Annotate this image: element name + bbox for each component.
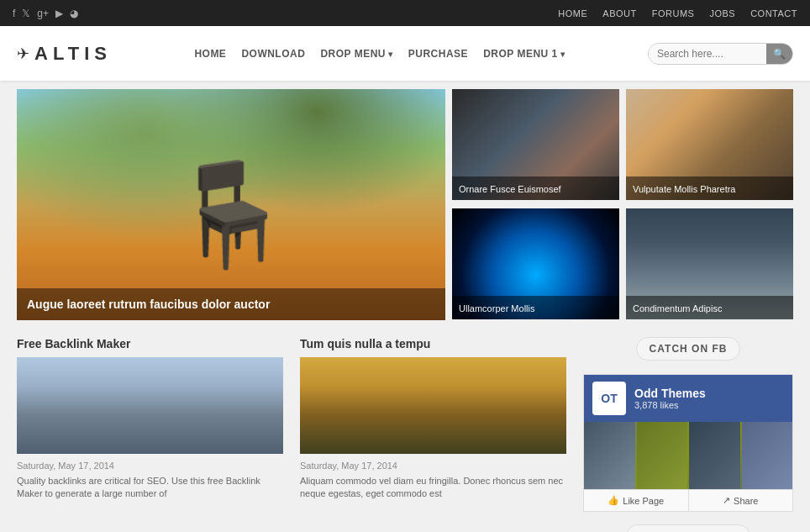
- hero-main-caption-text: Augue laoreet rutrum faucibus dolor auct…: [27, 298, 270, 311]
- hero-thumb-1[interactable]: Ornare Fusce Euismosef: [452, 89, 619, 200]
- hero-grid: Ornare Fusce Euismosef Vulputate Mollis …: [452, 89, 793, 320]
- facebook-cover-image: [584, 422, 792, 489]
- hero-main[interactable]: Augue laoreet rutrum faucibus dolor auct…: [17, 89, 445, 320]
- fb-img-4: [742, 422, 793, 489]
- popular-posts-widget: POPULAR POSTS Augue laoreet rutrum fauci…: [583, 524, 793, 532]
- fb-share-icon: ↗: [723, 495, 730, 506]
- facebook-header: OT Odd Themes 3,878 likes: [584, 375, 792, 422]
- youtube-icon[interactable]: ▶: [55, 8, 63, 19]
- facebook-widget-title: CATCH ON FB: [636, 337, 741, 361]
- hero-thumb-2-text: Vulputate Mollis Pharetra: [633, 184, 736, 194]
- hero-thumb-3-text: Ullamcorper Mollis: [459, 303, 534, 313]
- hero-thumb-1-text: Ornare Fusce Euismosef: [459, 184, 561, 194]
- post-2-excerpt: Aliquam commodo vel diam eu fringilla. D…: [300, 475, 566, 501]
- hero-thumb-2[interactable]: Vulputate Mollis Pharetra: [626, 89, 793, 200]
- post-2-title[interactable]: Tum quis nulla a tempu: [300, 337, 566, 350]
- full-section: Free Backlink Maker Saturday, May 17, 20…: [17, 337, 793, 532]
- sidebar: CATCH ON FB OT Odd Themes 3,878 likes: [583, 337, 793, 532]
- menu-dropmenu[interactable]: DROP MENU: [320, 48, 392, 60]
- post-1-date: Saturday, May 17, 2014: [17, 461, 283, 471]
- fb-share-label: Share: [734, 496, 758, 506]
- fb-img-1: [584, 422, 635, 489]
- popular-posts-title: POPULAR POSTS: [626, 524, 750, 532]
- top-nav-jobs[interactable]: JOBS: [709, 8, 735, 18]
- search-button[interactable]: 🔍: [766, 44, 792, 64]
- main-menu: HOME DOWNLOAD DROP MENU PURCHASE DROP ME…: [194, 48, 565, 60]
- posts-list: Free Backlink Maker Saturday, May 17, 20…: [17, 337, 566, 501]
- twitter-icon[interactable]: 𝕏: [22, 8, 30, 19]
- post-1-title[interactable]: Free Backlink Maker: [17, 337, 283, 350]
- googleplus-icon[interactable]: g+: [37, 8, 49, 19]
- fb-img-3: [689, 422, 740, 489]
- facebook-info: Odd Themes 3,878 likes: [634, 387, 706, 410]
- post-card-2: Tum quis nulla a tempu Saturday, May 17,…: [300, 337, 566, 501]
- hero-thumb-4-text: Condimentum Adipisc: [633, 303, 722, 313]
- post-1-thumbnail[interactable]: [17, 357, 283, 454]
- hero-main-caption: Augue laoreet rutrum faucibus dolor auct…: [17, 288, 445, 320]
- top-nav: HOME ABOUT FORUMS JOBS CONTACT: [558, 8, 797, 18]
- top-nav-about[interactable]: ABOUT: [602, 8, 636, 18]
- posts-area: Free Backlink Maker Saturday, May 17, 20…: [17, 337, 566, 532]
- top-bar: f 𝕏 g+ ▶ ◕ HOME ABOUT FORUMS JOBS CONTAC…: [0, 0, 810, 26]
- facebook-logo: OT: [592, 382, 626, 415]
- post-2-thumbnail[interactable]: [300, 357, 566, 454]
- fb-img-2: [637, 422, 688, 489]
- hero-section: Augue laoreet rutrum faucibus dolor auct…: [17, 89, 793, 320]
- menu-purchase[interactable]: PURCHASE: [408, 48, 468, 60]
- hero-thumb-1-caption: Ornare Fusce Euismosef: [452, 176, 619, 200]
- facebook-like-button[interactable]: 👍 Like Page: [584, 490, 689, 511]
- logo-icon: ✈: [17, 45, 29, 63]
- facebook-likes-count: 3,878 likes: [634, 400, 706, 410]
- top-nav-contact[interactable]: CONTACT: [750, 8, 797, 18]
- post-card-1: Free Backlink Maker Saturday, May 17, 20…: [17, 337, 283, 501]
- hero-thumb-4-caption: Condimentum Adipisc: [626, 296, 793, 319]
- rss-icon[interactable]: ◕: [70, 8, 78, 19]
- menu-dropmenu1[interactable]: DROP MENU 1: [483, 48, 565, 60]
- social-icons: f 𝕏 g+ ▶ ◕: [13, 8, 78, 19]
- fb-like-label: Like Page: [623, 496, 664, 506]
- post-1-excerpt: Quality backlinks are critical for SEO. …: [17, 475, 283, 501]
- menu-home[interactable]: HOME: [194, 48, 226, 60]
- main-nav: ✈ ALTIS HOME DOWNLOAD DROP MENU PURCHASE…: [0, 26, 810, 81]
- facebook-icon[interactable]: f: [13, 8, 15, 19]
- search-bar: 🔍: [648, 43, 793, 65]
- hero-main-image: [17, 89, 445, 320]
- top-nav-home[interactable]: HOME: [558, 8, 587, 18]
- content: Augue laoreet rutrum faucibus dolor auct…: [0, 81, 810, 532]
- top-nav-forums[interactable]: FORUMS: [652, 8, 695, 18]
- search-input[interactable]: [649, 45, 766, 63]
- facebook-widget-body: OT Odd Themes 3,878 likes: [583, 374, 793, 512]
- menu-download[interactable]: DOWNLOAD: [241, 48, 305, 60]
- logo[interactable]: ✈ ALTIS: [17, 43, 112, 65]
- hero-thumb-3[interactable]: Ullamcorper Mollis: [452, 208, 619, 319]
- facebook-widget: CATCH ON FB OT Odd Themes 3,878 likes: [583, 337, 793, 512]
- hero-thumb-3-caption: Ullamcorper Mollis: [452, 296, 619, 319]
- hero-thumb-2-caption: Vulputate Mollis Pharetra: [626, 176, 793, 200]
- facebook-share-button[interactable]: ↗ Share: [689, 490, 793, 511]
- post-2-date: Saturday, May 17, 2014: [300, 461, 566, 471]
- hero-thumb-4[interactable]: Condimentum Adipisc: [626, 208, 793, 319]
- fb-like-icon: 👍: [608, 495, 619, 506]
- logo-text: ALTIS: [34, 43, 112, 65]
- facebook-page-name: Odd Themes: [634, 387, 706, 400]
- facebook-actions: 👍 Like Page ↗ Share: [584, 489, 792, 511]
